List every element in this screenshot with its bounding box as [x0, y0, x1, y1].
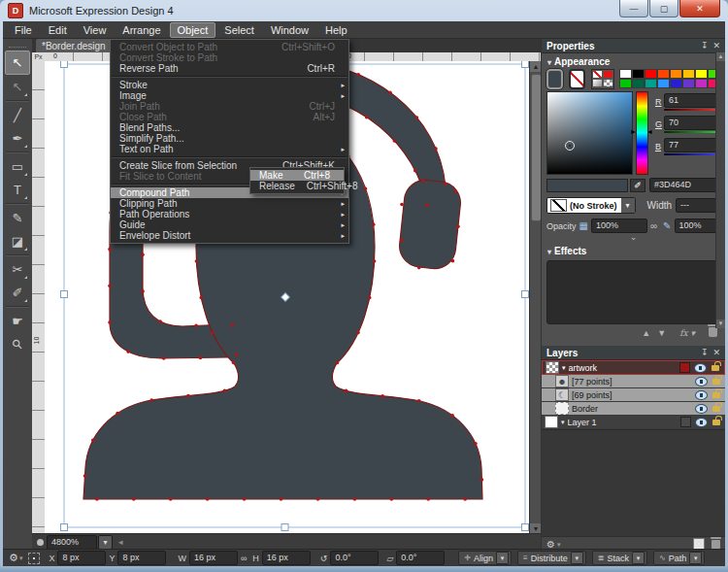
anchor-point[interactable] [235, 353, 239, 356]
x-position-field[interactable]: 8 px [57, 551, 106, 565]
title-bar[interactable]: D Microsoft Expression Design 4 — ▢ ✕ [0, 0, 728, 21]
anchor-point[interactable] [194, 324, 198, 328]
anchor-point[interactable] [149, 398, 153, 402]
selection-handle[interactable] [61, 524, 68, 531]
layer-expand-icon[interactable]: ▾ [562, 364, 566, 372]
hue-marker-right-icon[interactable]: ◄ [646, 128, 653, 135]
anchor-point[interactable] [368, 296, 372, 300]
section-collapse-icon[interactable]: ⌄ [542, 233, 725, 243]
anchor-point[interactable] [169, 497, 173, 501]
anchor-point[interactable] [474, 442, 478, 446]
opacity-field[interactable]: 100% [591, 219, 647, 233]
width-field[interactable]: 16 px [189, 551, 238, 565]
anchor-point[interactable] [417, 266, 421, 270]
menu-item-path-operations[interactable]: Path Operations▸ [111, 209, 348, 219]
menubar-item-help[interactable]: Help [317, 22, 355, 38]
palette-swatch[interactable] [632, 79, 645, 88]
palette-swatch[interactable] [695, 69, 708, 79]
none-swatch[interactable] [592, 70, 603, 79]
selection-handle[interactable] [281, 524, 288, 531]
pattern-swatch[interactable] [603, 79, 613, 87]
menu-item-reverse-path[interactable]: Reverse PathCtrl+R [111, 63, 348, 74]
properties-scrollbar[interactable]: ▲ ▼ [715, 52, 725, 328]
anchor-point[interactable] [356, 331, 360, 335]
menu-item-make[interactable]: MakeCtrl+8 [250, 170, 344, 181]
properties-panel-header[interactable]: Properties ↧ ✕ [542, 39, 725, 53]
anchor-point[interactable] [365, 116, 369, 119]
menu-item-stroke[interactable]: Stroke▸ [111, 80, 348, 90]
palette-grip[interactable] [9, 41, 26, 48]
stroke-select-chevron-icon[interactable]: ▾ [621, 198, 635, 213]
close-button[interactable]: ✕ [679, 0, 720, 17]
effect-up-icon[interactable]: ▲ [642, 328, 650, 338]
eyedropper-icon[interactable]: ✐ [630, 179, 645, 192]
menu-item-envelope-distort[interactable]: Envelope Distort▸ [111, 230, 348, 241]
direct-selection-tool[interactable]: ↖ [6, 76, 29, 98]
stack-group[interactable]: ≣Stack▾ [592, 551, 647, 565]
anchor-point[interactable] [400, 238, 404, 242]
align-dropdown-icon[interactable]: ▾ [496, 552, 509, 564]
align-group[interactable]: ✛Align▾ [458, 551, 512, 565]
anchor-point[interactable] [434, 147, 438, 151]
ruler-unit-box[interactable]: Px [32, 52, 46, 61]
stroke-width-field[interactable]: --- [676, 198, 720, 213]
anchor-point[interactable] [232, 361, 236, 365]
menu-item-release[interactable]: ReleaseCtrl+Shift+8 [250, 181, 344, 191]
anchor-point[interactable] [280, 497, 283, 501]
saturation-square[interactable] [546, 91, 633, 175]
b-slider[interactable] [664, 153, 720, 155]
palette-swatch[interactable] [695, 79, 708, 88]
anchor-point[interactable] [83, 474, 87, 478]
anchor-point[interactable] [91, 439, 95, 443]
layer-row-layer-1[interactable]: ▾Layer 1 [542, 416, 725, 429]
effects-list[interactable] [546, 260, 720, 324]
solid-swatch[interactable] [603, 70, 613, 79]
lock-icon[interactable] [712, 420, 720, 425]
effect-down-icon[interactable]: ▼ [657, 328, 666, 338]
anchor-point[interactable] [373, 259, 377, 263]
anchor-point[interactable] [451, 259, 455, 263]
selection-handle[interactable] [61, 291, 68, 298]
layer-expand-icon[interactable]: ▾ [561, 419, 565, 426]
panel-close-icon[interactable]: ✕ [712, 348, 720, 357]
lock-icon[interactable] [711, 365, 719, 371]
anchor-point[interactable] [456, 224, 460, 228]
menubar-item-edit[interactable]: Edit [41, 22, 75, 38]
layer-row-69-points[interactable]: ☾[69 points] [542, 388, 725, 402]
lock-icon[interactable] [712, 379, 720, 385]
minimize-button[interactable]: — [619, 0, 648, 17]
distribute-group[interactable]: ≡Distribute▾ [517, 551, 586, 565]
visibility-eye-icon[interactable] [695, 377, 708, 387]
anchor-point[interactable] [243, 497, 247, 501]
anchor-point[interactable] [345, 389, 348, 393]
wh-link-icon[interactable]: ∞ [241, 554, 247, 563]
registration-point-icon[interactable] [28, 553, 40, 564]
zoom-dropdown-icon[interactable]: ▾ [98, 535, 113, 550]
anchor-point[interactable] [450, 414, 454, 418]
anchor-point[interactable] [353, 497, 357, 501]
pin-icon[interactable]: ↧ [701, 41, 709, 50]
anchor-point[interactable] [417, 399, 421, 403]
selection-handle[interactable] [522, 61, 529, 68]
hue-marker-left-icon[interactable]: ► [630, 128, 637, 135]
layer-options-caret-icon[interactable]: ▾ [557, 541, 561, 549]
b-value-field[interactable]: 77 [664, 138, 720, 152]
mini-swatch-grid[interactable] [591, 69, 614, 89]
skew-field[interactable]: 0.0° [396, 551, 445, 565]
fill-swatch-button[interactable] [546, 69, 563, 89]
anchor-point[interactable] [400, 203, 404, 207]
palette-swatch[interactable] [682, 69, 695, 79]
zoom-level-field[interactable]: 4800% [47, 535, 97, 550]
menu-item-simplify-path[interactable]: Simplify Path... [111, 133, 348, 144]
anchor-point[interactable] [186, 394, 190, 398]
visibility-eye-icon[interactable] [695, 390, 708, 400]
visibility-eye-icon[interactable] [695, 404, 708, 414]
gradient-swatch[interactable] [592, 79, 603, 87]
palette-swatch[interactable] [619, 79, 632, 88]
r-value-field[interactable]: 61 [664, 93, 720, 108]
earpiece-path[interactable] [397, 178, 462, 271]
anchor-point[interactable] [211, 331, 215, 335]
menu-item-clipping-path[interactable]: Clipping Path▸ [111, 198, 348, 209]
options-caret-icon[interactable]: ▾ [19, 555, 23, 562]
anchor-point[interactable] [206, 497, 210, 501]
